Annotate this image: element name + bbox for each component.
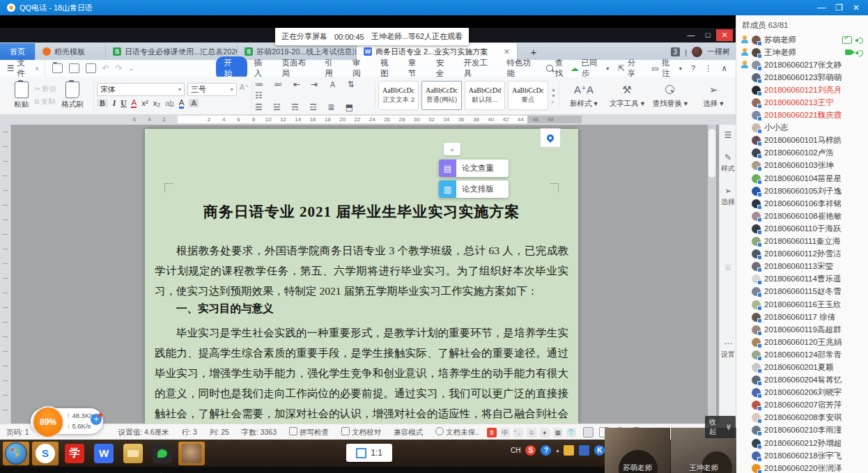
- member-row[interactable]: 201806060213王宁: [736, 96, 868, 109]
- member-row[interactable]: 小小志: [736, 122, 868, 134]
- ime-chinese-toggle[interactable]: 中: [500, 428, 510, 437]
- find-replace-button[interactable]: 查找替换 ▾: [649, 77, 692, 114]
- taskbar-wps[interactable]: W: [91, 442, 117, 465]
- member-row[interactable]: 王坤老师: [736, 46, 868, 59]
- style-body-text-2[interactable]: AaBbCcDc正文文本 2: [378, 81, 419, 110]
- member-row[interactable]: 201806060113宋莹: [736, 261, 868, 273]
- bold-button[interactable]: B: [97, 99, 108, 107]
- tray-folder-icon[interactable]: [564, 445, 574, 456]
- member-row[interactable]: 201806060212孙增超: [736, 437, 868, 449]
- open-icon[interactable]: [52, 63, 63, 73]
- thesis-layout-button[interactable]: ▥ 论文排版: [439, 180, 509, 198]
- taskbar-qq[interactable]: [178, 442, 205, 465]
- message-badge[interactable]: 3: [671, 47, 681, 56]
- print-icon[interactable]: [86, 63, 96, 73]
- font-name-select[interactable]: 宋体▾: [97, 83, 185, 96]
- select-button[interactable]: ➢选择 ▾: [692, 77, 735, 114]
- tab-close-icon[interactable]: ✕: [498, 47, 510, 56]
- taskbar-wechat[interactable]: [149, 442, 176, 465]
- rail-select-button[interactable]: ➢选择: [721, 186, 735, 207]
- member-row[interactable]: 201806060103张坤: [736, 160, 868, 172]
- wps-minimize-icon[interactable]: —: [683, 29, 699, 41]
- taskbar-xuexitong[interactable]: 学: [61, 442, 88, 465]
- spell-check-button[interactable]: 拼写检查: [283, 427, 335, 437]
- ime-skin-icon[interactable]: 👕: [566, 428, 576, 437]
- ime-lang-indicator[interactable]: CH: [511, 447, 520, 454]
- member-row[interactable]: 201806060115赵冬雪: [736, 286, 868, 298]
- tray-sogou-icon[interactable]: S: [525, 445, 536, 456]
- text-tools-button[interactable]: ⚒文字工具 ▾: [605, 77, 649, 114]
- rail-settings-button[interactable]: ⋯设置: [721, 339, 735, 359]
- more-icon[interactable]: ⋮: [704, 63, 713, 73]
- find-menu[interactable]: 查找: [546, 58, 571, 79]
- member-row[interactable]: 201806060102卢浩: [736, 147, 868, 160]
- help-icon[interactable]: ?: [691, 64, 695, 72]
- member-row[interactable]: 201806060111秦立海: [736, 235, 868, 248]
- char-shading-icon[interactable]: A: [189, 99, 199, 107]
- member-row[interactable]: 201806060221魏庆霞: [736, 109, 868, 122]
- share-button[interactable]: ⇱分享: [618, 58, 642, 79]
- taskbar-explorer[interactable]: [120, 442, 146, 465]
- tray-expand-icon[interactable]: ▴: [556, 447, 559, 453]
- collapse-videos-button[interactable]: 收起 ≫: [705, 416, 736, 438]
- collapse-ribbon-icon[interactable]: ∧: [722, 63, 727, 73]
- location-pin-button[interactable]: [540, 128, 561, 148]
- member-row[interactable]: 201806060206刘晓宇: [736, 387, 868, 399]
- superscript-icon[interactable]: x²: [141, 99, 148, 107]
- taskbar-sogou-browser[interactable]: S: [32, 442, 59, 465]
- member-row[interactable]: 201806060220张润泽: [736, 462, 868, 473]
- member-row[interactable]: 苏萌老师: [736, 33, 868, 46]
- member-row[interactable]: 201806060204翁苒忆: [736, 374, 868, 387]
- word-count[interactable]: 字数: 3363: [235, 428, 283, 437]
- close-icon[interactable]: ✕: [853, 4, 860, 11]
- member-row[interactable]: 201806060119高超群: [736, 323, 868, 336]
- thesis-check-button[interactable]: ▤ 论文查重: [439, 160, 509, 177]
- format-painter-button[interactable]: 格式刷: [61, 82, 84, 109]
- member-row[interactable]: 201806060105刘子逸: [736, 185, 868, 197]
- comment-button[interactable]: ▭批注▾: [651, 58, 682, 79]
- style-key-point[interactable]: AaBbCcDc要点: [508, 81, 548, 110]
- member-row[interactable]: 201806060116王玉欣: [736, 298, 868, 311]
- start-button[interactable]: [3, 442, 29, 465]
- align-icons[interactable]: ☰ ☱ ☴ ☲ ≣ ⬒: [255, 102, 372, 112]
- member-row[interactable]: 201806060218张宇飞: [736, 449, 868, 462]
- tray-help-icon[interactable]: ?: [541, 445, 551, 456]
- accelerate-plus-button[interactable]: +: [91, 414, 102, 425]
- ime-mic-icon[interactable]: ♦: [540, 428, 550, 437]
- style-normal-web[interactable]: AaBbCcDc普通(网站): [421, 81, 462, 110]
- font-color-icon[interactable]: A: [179, 98, 185, 109]
- horizontal-ruler[interactable]: 6422468101214161820222426283032343638404…: [0, 114, 736, 125]
- strikethrough-icon[interactable]: A: [131, 98, 137, 108]
- subscript-icon[interactable]: x₂: [153, 99, 160, 107]
- save-icon[interactable]: [69, 63, 79, 73]
- style-default-para[interactable]: AaBbCcDd默认段...: [465, 81, 505, 110]
- account-name[interactable]: 一棵树: [707, 47, 730, 57]
- tray-k-icon[interactable]: K: [594, 445, 605, 456]
- member-row[interactable]: 201806060112孙雪洁: [736, 248, 868, 261]
- member-row[interactable]: 201806060124邵常青: [736, 348, 868, 361]
- undo-icon[interactable]: ↶: [102, 63, 109, 73]
- video-thumbnail-teacher-su[interactable]: 苏萌老师: [605, 428, 670, 473]
- member-row[interactable]: 201806060201夏颖: [736, 361, 868, 373]
- scale-1-1-button[interactable]: 1:1: [346, 444, 392, 462]
- proofread-button[interactable]: 文档校对: [335, 427, 387, 437]
- member-row[interactable]: 201806060208李安琪: [736, 412, 868, 424]
- member-row[interactable]: 201806060117 徐倩: [736, 311, 868, 323]
- ime-emoji-icon[interactable]: ☺: [527, 428, 536, 437]
- font-size-select[interactable]: 三号▾: [187, 83, 237, 96]
- member-row[interactable]: 201806060101马梓皓: [736, 134, 868, 147]
- file-menu-button[interactable]: ☰ 文件 ∨: [0, 60, 45, 77]
- underline-button[interactable]: U: [121, 99, 126, 107]
- account-avatar[interactable]: [692, 47, 702, 57]
- style-gallery-arrows[interactable]: ▲▼≡: [551, 87, 556, 104]
- tab-template[interactable]: 稻壳模板: [36, 43, 106, 60]
- highlight-icon[interactable]: ab̲: [165, 99, 174, 107]
- wps-close-icon[interactable]: ✕: [716, 29, 733, 41]
- list-indent-icons[interactable]: ≔ ≕ ⇤ ⇥ Ａ ⇅ ☷: [255, 79, 372, 100]
- member-row[interactable]: 201806060207宿芳萍: [736, 399, 868, 412]
- synced-button[interactable]: ☁已同步▾: [571, 58, 609, 79]
- more-chevron-icon[interactable]: ⌄: [129, 65, 134, 72]
- rail-style-button[interactable]: ✎样式: [721, 153, 735, 173]
- cut-icon[interactable]: ✂ 剪切: [34, 84, 56, 94]
- member-row[interactable]: 201806060210李雨潼: [736, 424, 868, 437]
